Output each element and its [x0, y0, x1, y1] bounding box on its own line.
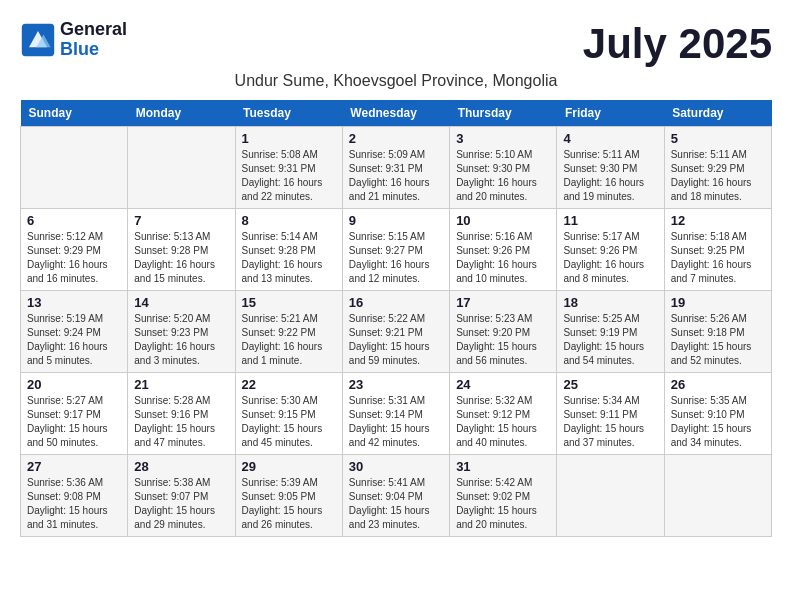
day-number: 29	[242, 459, 336, 474]
day-info: Sunrise: 5:25 AM Sunset: 9:19 PM Dayligh…	[563, 312, 657, 368]
calendar-cell: 11Sunrise: 5:17 AM Sunset: 9:26 PM Dayli…	[557, 209, 664, 291]
calendar-cell: 4Sunrise: 5:11 AM Sunset: 9:30 PM Daylig…	[557, 127, 664, 209]
calendar-cell: 15Sunrise: 5:21 AM Sunset: 9:22 PM Dayli…	[235, 291, 342, 373]
day-number: 27	[27, 459, 121, 474]
day-number: 13	[27, 295, 121, 310]
calendar-cell: 28Sunrise: 5:38 AM Sunset: 9:07 PM Dayli…	[128, 455, 235, 537]
day-number: 2	[349, 131, 443, 146]
day-info: Sunrise: 5:16 AM Sunset: 9:26 PM Dayligh…	[456, 230, 550, 286]
day-number: 18	[563, 295, 657, 310]
calendar-cell: 26Sunrise: 5:35 AM Sunset: 9:10 PM Dayli…	[664, 373, 771, 455]
calendar-cell: 25Sunrise: 5:34 AM Sunset: 9:11 PM Dayli…	[557, 373, 664, 455]
day-info: Sunrise: 5:35 AM Sunset: 9:10 PM Dayligh…	[671, 394, 765, 450]
day-info: Sunrise: 5:15 AM Sunset: 9:27 PM Dayligh…	[349, 230, 443, 286]
day-number: 30	[349, 459, 443, 474]
day-number: 3	[456, 131, 550, 146]
day-info: Sunrise: 5:18 AM Sunset: 9:25 PM Dayligh…	[671, 230, 765, 286]
calendar-cell	[557, 455, 664, 537]
weekday-header: Wednesday	[342, 100, 449, 127]
calendar-cell: 24Sunrise: 5:32 AM Sunset: 9:12 PM Dayli…	[450, 373, 557, 455]
logo-line2: Blue	[60, 40, 127, 60]
day-info: Sunrise: 5:11 AM Sunset: 9:30 PM Dayligh…	[563, 148, 657, 204]
calendar-cell: 13Sunrise: 5:19 AM Sunset: 9:24 PM Dayli…	[21, 291, 128, 373]
calendar-cell: 17Sunrise: 5:23 AM Sunset: 9:20 PM Dayli…	[450, 291, 557, 373]
calendar-cell: 20Sunrise: 5:27 AM Sunset: 9:17 PM Dayli…	[21, 373, 128, 455]
month-title: July 2025	[583, 20, 772, 68]
calendar-cell: 29Sunrise: 5:39 AM Sunset: 9:05 PM Dayli…	[235, 455, 342, 537]
calendar-week-row: 13Sunrise: 5:19 AM Sunset: 9:24 PM Dayli…	[21, 291, 772, 373]
weekday-header: Thursday	[450, 100, 557, 127]
day-info: Sunrise: 5:26 AM Sunset: 9:18 PM Dayligh…	[671, 312, 765, 368]
day-info: Sunrise: 5:21 AM Sunset: 9:22 PM Dayligh…	[242, 312, 336, 368]
day-info: Sunrise: 5:11 AM Sunset: 9:29 PM Dayligh…	[671, 148, 765, 204]
day-number: 26	[671, 377, 765, 392]
calendar-cell: 12Sunrise: 5:18 AM Sunset: 9:25 PM Dayli…	[664, 209, 771, 291]
day-info: Sunrise: 5:09 AM Sunset: 9:31 PM Dayligh…	[349, 148, 443, 204]
day-info: Sunrise: 5:34 AM Sunset: 9:11 PM Dayligh…	[563, 394, 657, 450]
calendar-cell: 5Sunrise: 5:11 AM Sunset: 9:29 PM Daylig…	[664, 127, 771, 209]
day-info: Sunrise: 5:23 AM Sunset: 9:20 PM Dayligh…	[456, 312, 550, 368]
day-number: 20	[27, 377, 121, 392]
calendar-week-row: 1Sunrise: 5:08 AM Sunset: 9:31 PM Daylig…	[21, 127, 772, 209]
calendar-cell: 9Sunrise: 5:15 AM Sunset: 9:27 PM Daylig…	[342, 209, 449, 291]
calendar-cell: 18Sunrise: 5:25 AM Sunset: 9:19 PM Dayli…	[557, 291, 664, 373]
day-info: Sunrise: 5:12 AM Sunset: 9:29 PM Dayligh…	[27, 230, 121, 286]
day-number: 11	[563, 213, 657, 228]
calendar-cell: 21Sunrise: 5:28 AM Sunset: 9:16 PM Dayli…	[128, 373, 235, 455]
calendar-cell: 10Sunrise: 5:16 AM Sunset: 9:26 PM Dayli…	[450, 209, 557, 291]
day-number: 5	[671, 131, 765, 146]
day-number: 25	[563, 377, 657, 392]
day-number: 31	[456, 459, 550, 474]
weekday-header: Tuesday	[235, 100, 342, 127]
logo-icon	[20, 22, 56, 58]
day-info: Sunrise: 5:31 AM Sunset: 9:14 PM Dayligh…	[349, 394, 443, 450]
day-info: Sunrise: 5:32 AM Sunset: 9:12 PM Dayligh…	[456, 394, 550, 450]
day-number: 23	[349, 377, 443, 392]
calendar-cell: 22Sunrise: 5:30 AM Sunset: 9:15 PM Dayli…	[235, 373, 342, 455]
calendar-cell: 7Sunrise: 5:13 AM Sunset: 9:28 PM Daylig…	[128, 209, 235, 291]
weekday-header: Monday	[128, 100, 235, 127]
day-info: Sunrise: 5:39 AM Sunset: 9:05 PM Dayligh…	[242, 476, 336, 532]
day-info: Sunrise: 5:20 AM Sunset: 9:23 PM Dayligh…	[134, 312, 228, 368]
day-number: 6	[27, 213, 121, 228]
day-info: Sunrise: 5:41 AM Sunset: 9:04 PM Dayligh…	[349, 476, 443, 532]
day-number: 10	[456, 213, 550, 228]
day-number: 12	[671, 213, 765, 228]
day-number: 22	[242, 377, 336, 392]
logo: General Blue	[20, 20, 127, 60]
calendar-cell	[128, 127, 235, 209]
subtitle: Undur Sume, Khoevsgoel Province, Mongoli…	[20, 72, 772, 90]
calendar-cell: 19Sunrise: 5:26 AM Sunset: 9:18 PM Dayli…	[664, 291, 771, 373]
day-number: 28	[134, 459, 228, 474]
calendar-cell: 1Sunrise: 5:08 AM Sunset: 9:31 PM Daylig…	[235, 127, 342, 209]
calendar-cell: 3Sunrise: 5:10 AM Sunset: 9:30 PM Daylig…	[450, 127, 557, 209]
day-info: Sunrise: 5:30 AM Sunset: 9:15 PM Dayligh…	[242, 394, 336, 450]
calendar-week-row: 20Sunrise: 5:27 AM Sunset: 9:17 PM Dayli…	[21, 373, 772, 455]
calendar-cell: 14Sunrise: 5:20 AM Sunset: 9:23 PM Dayli…	[128, 291, 235, 373]
calendar-week-row: 6Sunrise: 5:12 AM Sunset: 9:29 PM Daylig…	[21, 209, 772, 291]
calendar-cell: 30Sunrise: 5:41 AM Sunset: 9:04 PM Dayli…	[342, 455, 449, 537]
day-info: Sunrise: 5:42 AM Sunset: 9:02 PM Dayligh…	[456, 476, 550, 532]
day-number: 9	[349, 213, 443, 228]
calendar-cell	[664, 455, 771, 537]
day-info: Sunrise: 5:10 AM Sunset: 9:30 PM Dayligh…	[456, 148, 550, 204]
calendar-cell: 6Sunrise: 5:12 AM Sunset: 9:29 PM Daylig…	[21, 209, 128, 291]
weekday-header: Sunday	[21, 100, 128, 127]
calendar-cell: 31Sunrise: 5:42 AM Sunset: 9:02 PM Dayli…	[450, 455, 557, 537]
day-info: Sunrise: 5:22 AM Sunset: 9:21 PM Dayligh…	[349, 312, 443, 368]
day-number: 1	[242, 131, 336, 146]
day-number: 4	[563, 131, 657, 146]
calendar-table: SundayMondayTuesdayWednesdayThursdayFrid…	[20, 100, 772, 537]
weekday-header: Saturday	[664, 100, 771, 127]
day-number: 21	[134, 377, 228, 392]
day-number: 16	[349, 295, 443, 310]
weekday-header: Friday	[557, 100, 664, 127]
day-info: Sunrise: 5:14 AM Sunset: 9:28 PM Dayligh…	[242, 230, 336, 286]
day-info: Sunrise: 5:19 AM Sunset: 9:24 PM Dayligh…	[27, 312, 121, 368]
calendar-cell: 8Sunrise: 5:14 AM Sunset: 9:28 PM Daylig…	[235, 209, 342, 291]
calendar-cell: 27Sunrise: 5:36 AM Sunset: 9:08 PM Dayli…	[21, 455, 128, 537]
day-info: Sunrise: 5:17 AM Sunset: 9:26 PM Dayligh…	[563, 230, 657, 286]
day-info: Sunrise: 5:28 AM Sunset: 9:16 PM Dayligh…	[134, 394, 228, 450]
day-info: Sunrise: 5:13 AM Sunset: 9:28 PM Dayligh…	[134, 230, 228, 286]
weekday-header-row: SundayMondayTuesdayWednesdayThursdayFrid…	[21, 100, 772, 127]
